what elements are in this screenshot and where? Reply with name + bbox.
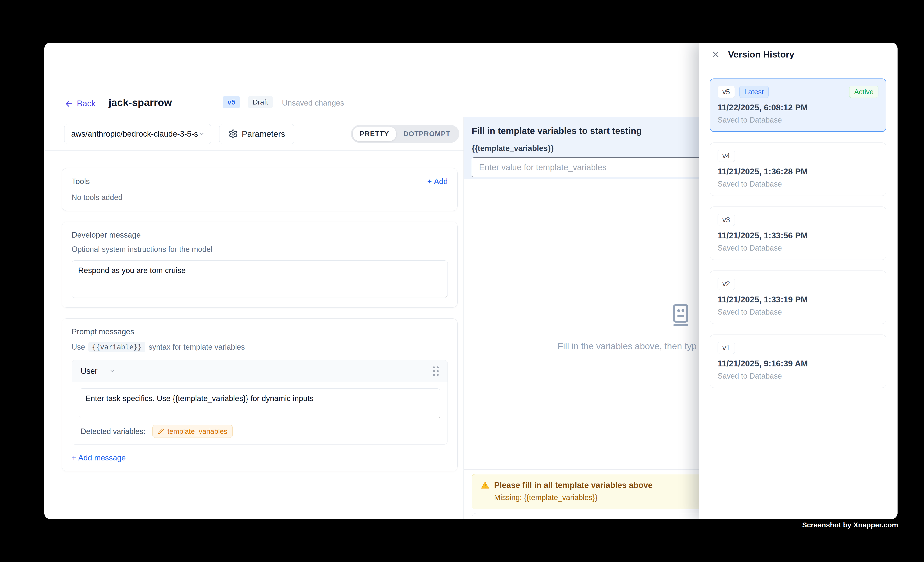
warning-icon (481, 481, 489, 490)
template-syntax-hint: Use {{variable}} syntax for template var… (72, 342, 448, 352)
back-button[interactable]: Back (64, 99, 96, 108)
add-tool-button[interactable]: +Add (428, 177, 448, 186)
back-arrow-icon (64, 99, 74, 108)
developer-message-subtitle: Optional system instructions for the mod… (72, 245, 448, 254)
model-selector[interactable]: aws/anthropic/bedrock-claude-3-5-s... (64, 124, 211, 144)
plus-icon: + (428, 177, 432, 186)
gear-icon (228, 129, 238, 139)
message-block: User Enter task specifics. Use {{templat… (72, 360, 448, 445)
message-header: User (72, 360, 447, 382)
watermark-text: Screenshot by Xnapper.com (802, 521, 898, 529)
parameters-button[interactable]: Parameters (219, 124, 294, 144)
prompt-messages-section: Prompt messages Use {{variable}} syntax … (62, 318, 458, 471)
version-entry-badges: v3 (718, 214, 878, 226)
editor-toolbar: aws/anthropic/bedrock-claude-3-5-s... Pa… (44, 117, 464, 151)
toggle-dotprompt[interactable]: DOTPROMPT (396, 127, 458, 141)
editor-content: Tools +Add No tools added Developer mess… (44, 151, 464, 471)
toggle-pretty[interactable]: PRETTY (352, 127, 396, 141)
version-badge: v5 (223, 96, 240, 108)
version-timestamp: 11/21/2025, 1:33:19 PM (718, 295, 878, 304)
developer-message-section: Developer message Optional system instru… (62, 221, 458, 308)
tools-empty-text: No tools added (72, 193, 448, 202)
version-history-list: v5 Latest Active 11/22/2025, 6:08:12 PM … (699, 66, 897, 388)
version-timestamp: 11/21/2025, 1:33:56 PM (718, 231, 878, 240)
page-title: jack-sparrow (109, 97, 172, 108)
developer-message-title: Developer message (72, 231, 448, 239)
back-label: Back (77, 99, 96, 108)
drag-handle-icon[interactable] (433, 366, 439, 376)
prompt-messages-title: Prompt messages (72, 327, 448, 336)
version-entry[interactable]: v5 Latest Active 11/22/2025, 6:08:12 PM … (710, 78, 886, 132)
version-source: Saved to Database (718, 308, 878, 317)
model-selector-value: aws/anthropic/bedrock-claude-3-5-s... (71, 130, 198, 139)
version-entry[interactable]: v3 11/21/2025, 1:33:56 PM Saved to Datab… (710, 206, 886, 260)
version-entry-badges: v5 Latest Active (718, 86, 878, 98)
variable-syntax-chip: {{variable}} (88, 342, 145, 352)
version-entry[interactable]: v1 11/21/2025, 9:16:39 AM Saved to Datab… (710, 335, 886, 388)
version-number-badge: v3 (718, 214, 735, 226)
unsaved-changes-text: Unsaved changes (282, 99, 344, 108)
format-toggle: PRETTY DOTPROMPT (351, 125, 459, 143)
parameters-label: Parameters (242, 129, 285, 139)
version-number-badge: v4 (718, 150, 735, 162)
chevron-down-icon (198, 130, 205, 138)
version-number-badge: v2 (718, 278, 735, 290)
version-number-badge: v5 (718, 86, 735, 98)
developer-message-textarea[interactable]: Respond as you are tom cruise (72, 260, 448, 298)
version-source: Saved to Database (718, 372, 878, 380)
draft-badge: Draft (248, 96, 273, 108)
prompt-message-textarea[interactable]: Enter task specifics. Use {{template_var… (79, 389, 440, 418)
version-number-badge: v1 (718, 342, 735, 354)
role-value: User (81, 367, 98, 376)
version-entry-badges: v4 (718, 150, 878, 162)
latest-badge: Latest (740, 86, 769, 98)
active-badge: Active (849, 86, 878, 98)
version-entry-badges: v2 (718, 278, 878, 290)
tools-title: Tools (72, 177, 90, 186)
version-timestamp: 11/21/2025, 9:16:39 AM (718, 359, 878, 368)
role-selector[interactable]: User (81, 367, 116, 376)
variable-chip[interactable]: template_variables (153, 425, 232, 438)
version-source: Saved to Database (718, 244, 878, 253)
version-history-panel: Version History v5 Latest Active 11/22/2… (699, 43, 897, 519)
version-history-header: Version History (699, 43, 897, 66)
message-body: Enter task specifics. Use {{template_var… (72, 382, 447, 419)
version-entry-badges: v1 (718, 342, 878, 354)
close-icon[interactable] (711, 49, 720, 59)
app-window: Back jack-sparrow v5 Draft Unsaved chang… (44, 43, 897, 519)
version-history-title: Version History (728, 49, 794, 60)
bot-icon (668, 302, 693, 327)
version-entry[interactable]: v4 11/21/2025, 1:36:28 PM Saved to Datab… (710, 142, 886, 196)
version-timestamp: 11/22/2025, 6:08:12 PM (718, 103, 878, 112)
version-source: Saved to Database (718, 179, 878, 188)
version-source: Saved to Database (718, 116, 878, 124)
desktop-background: Back jack-sparrow v5 Draft Unsaved chang… (0, 0, 924, 562)
plus-icon: + (72, 453, 76, 462)
version-entry[interactable]: v2 11/21/2025, 1:33:19 PM Saved to Datab… (710, 271, 886, 324)
detected-variables-label: Detected variables: (81, 427, 146, 436)
pencil-icon (158, 428, 164, 435)
warning-title: Please fill in all template variables ab… (494, 481, 652, 490)
version-timestamp: 11/21/2025, 1:36:28 PM (718, 167, 878, 176)
tools-section: Tools +Add No tools added (62, 168, 458, 211)
chevron-down-icon (109, 368, 116, 374)
add-message-button[interactable]: +Add message (72, 453, 126, 462)
editor-column: aws/anthropic/bedrock-claude-3-5-s... Pa… (44, 117, 464, 519)
detected-variables-row: Detected variables: template_variables (72, 419, 447, 444)
